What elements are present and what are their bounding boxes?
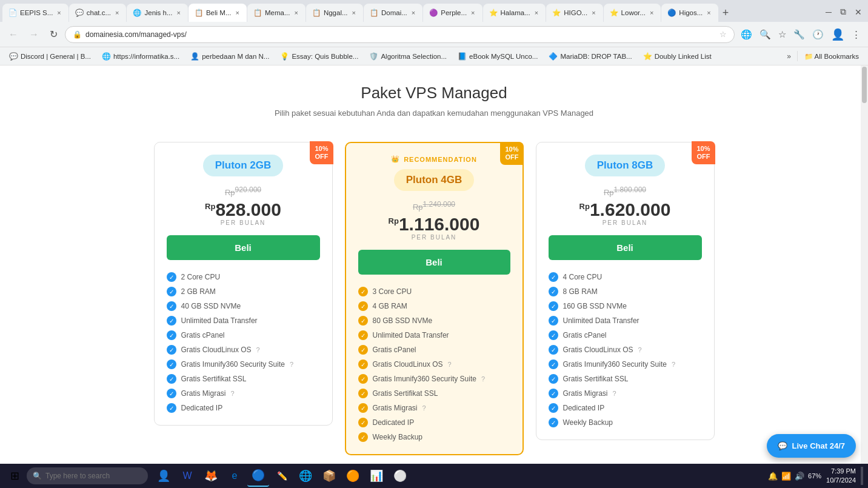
tab-close-7[interactable]: × bbox=[410, 8, 416, 18]
tab-4[interactable]: 📋 Beli M... × bbox=[189, 4, 247, 22]
all-bookmarks-button[interactable]: 📁 All Bookmarks bbox=[800, 50, 863, 62]
extensions-button[interactable]: 🔧 bbox=[791, 25, 807, 44]
task-app-word[interactable]: W bbox=[176, 465, 198, 487]
bookmark-discord[interactable]: 💬 Discord | General | B... bbox=[5, 50, 95, 62]
bookmark-perbedaan[interactable]: 👤 perbedaan M dan N... bbox=[186, 50, 273, 62]
bookmark-essay[interactable]: 💡 Essay: Quis Bubble... bbox=[276, 50, 362, 62]
tab-7[interactable]: 📋 Domai... × bbox=[364, 4, 422, 22]
tab-5[interactable]: 📋 Mema... × bbox=[247, 4, 305, 22]
help-icon[interactable]: ? bbox=[672, 361, 675, 368]
task-app-pen[interactable]: ✏️ bbox=[271, 465, 293, 487]
bookmark-algoritma[interactable]: 🛡️ Algoritma Selection... bbox=[365, 50, 451, 62]
task-app-chromeg[interactable]: ⚪ bbox=[389, 465, 411, 487]
check-icon: ✓ bbox=[167, 389, 176, 398]
help-icon[interactable]: ? bbox=[481, 375, 485, 383]
bookmark-mariadb[interactable]: 🔷 MariaDB: DROP TAB... bbox=[544, 50, 636, 62]
help-icon[interactable]: ? bbox=[613, 390, 616, 397]
task-app-excel[interactable]: 📊 bbox=[366, 465, 387, 487]
url-bar[interactable]: 🔒 domainesia.com/managed-vps/ ☆ bbox=[65, 26, 735, 43]
tab-8[interactable]: 🟣 Perple... × bbox=[423, 4, 482, 22]
zoom-button[interactable]: 🔍 bbox=[757, 25, 773, 44]
start-button[interactable]: ⊞ bbox=[5, 466, 24, 486]
bookmark-doubly[interactable]: ⭐ Doubly Linked List bbox=[639, 50, 716, 62]
old-price-pluton4gb: Rp1.240.000 bbox=[358, 200, 510, 214]
tab-9[interactable]: ⭐ Halama... × bbox=[483, 4, 546, 22]
live-chat-button[interactable]: 💬 Live Chat 24/7 bbox=[767, 434, 856, 458]
tab-close-3[interactable]: × bbox=[176, 8, 182, 18]
network-icon[interactable]: 📶 bbox=[781, 472, 791, 481]
close-button[interactable]: ✕ bbox=[851, 4, 866, 19]
history-button[interactable]: 🕐 bbox=[810, 25, 826, 44]
tab-close-2[interactable]: × bbox=[114, 8, 120, 18]
tab-close-10[interactable]: × bbox=[590, 8, 596, 18]
help-icon[interactable]: ? bbox=[231, 390, 235, 397]
help-icon[interactable]: ? bbox=[256, 346, 260, 353]
menu-button[interactable]: ⋮ bbox=[849, 25, 863, 44]
forward-button[interactable]: → bbox=[25, 27, 42, 42]
tab-title-4: Beli M... bbox=[206, 9, 232, 16]
check-icon: ✓ bbox=[358, 432, 368, 442]
restore-button[interactable]: ⧉ bbox=[836, 4, 850, 19]
back-button[interactable]: ← bbox=[5, 27, 22, 42]
bookmark-ebook[interactable]: 📘 eBook MySQL Unco... bbox=[453, 50, 542, 62]
search-input[interactable] bbox=[45, 472, 139, 480]
task-app-cube[interactable]: 📦 bbox=[318, 465, 340, 487]
feature-list-pluton4gb: ✓ 3 Core CPU ✓ 4 GB RAM ✓ 80 GB SSD NVMe bbox=[358, 287, 510, 442]
task-app-edge[interactable]: e bbox=[224, 465, 245, 487]
new-price-pluton4gb: Rp1.116.000 bbox=[358, 214, 510, 234]
tab-favicon-2: 💬 bbox=[75, 8, 84, 17]
bookmarks-more[interactable]: » bbox=[783, 50, 795, 62]
tab-close-9[interactable]: × bbox=[533, 8, 539, 18]
bookmark-icon-algoritma: 🛡️ bbox=[369, 52, 378, 61]
check-icon: ✓ bbox=[549, 403, 558, 413]
help-icon[interactable]: ? bbox=[448, 361, 452, 368]
task-app-firefox[interactable]: 🦊 bbox=[200, 465, 222, 487]
taskbar-search[interactable]: 🔍 bbox=[27, 467, 148, 484]
plan-name-pluton2gb: Pluton 2GB bbox=[203, 155, 284, 176]
tab-close-5[interactable]: × bbox=[293, 8, 299, 18]
tab-6[interactable]: 📋 Nggal... × bbox=[306, 4, 363, 22]
tab-12[interactable]: 🔵 Higos... × bbox=[661, 4, 718, 22]
task-app-orange[interactable]: 🟠 bbox=[342, 465, 364, 487]
tab-11[interactable]: ⭐ Lowor... × bbox=[604, 4, 661, 22]
scrollbar[interactable] bbox=[861, 65, 868, 488]
new-tab-button[interactable]: + bbox=[719, 4, 733, 22]
translate-button[interactable]: 🌐 bbox=[738, 25, 755, 44]
profile-button[interactable]: 👤 bbox=[829, 25, 847, 44]
buy-button-pluton8gb[interactable]: Beli bbox=[549, 235, 702, 260]
feature-transfer-2gb: ✓ Unlimited Data Transfer bbox=[167, 316, 320, 326]
tab-2[interactable]: 💬 chat.c... × bbox=[69, 4, 127, 22]
tab-favicon-9: ⭐ bbox=[489, 8, 498, 17]
tab-1[interactable]: 📄 EEPIS S... × bbox=[2, 4, 68, 22]
bookmark-informatika[interactable]: 🌐 https://informatika.s... bbox=[98, 50, 184, 62]
buy-button-pluton4gb[interactable]: Beli bbox=[358, 250, 510, 275]
help-icon[interactable]: ? bbox=[422, 404, 426, 412]
tab-favicon-4: 📋 bbox=[195, 8, 203, 17]
task-app-chrome[interactable]: 🔵 bbox=[247, 465, 269, 487]
tab-close-6[interactable]: × bbox=[351, 8, 357, 18]
minimize-button[interactable]: ─ bbox=[822, 4, 835, 19]
tab-close-4[interactable]: × bbox=[235, 8, 241, 18]
tab-close-12[interactable]: × bbox=[706, 8, 712, 18]
tab-close-1[interactable]: × bbox=[56, 8, 62, 18]
buy-button-pluton2gb[interactable]: Beli bbox=[167, 235, 320, 260]
tab-close-11[interactable]: × bbox=[649, 8, 655, 18]
help-icon[interactable]: ? bbox=[638, 346, 642, 353]
page-scroll[interactable]: Paket VPS Managed Pilih paket sesuai keb… bbox=[0, 65, 868, 488]
reload-button[interactable]: ↻ bbox=[46, 26, 61, 42]
volume-icon[interactable]: 🔊 bbox=[795, 472, 804, 481]
task-app-person[interactable]: 👤 bbox=[153, 465, 175, 487]
task-app-globe[interactable]: 🌐 bbox=[295, 465, 316, 487]
bookmark-star-button[interactable]: ☆ bbox=[776, 25, 789, 44]
check-icon: ✓ bbox=[549, 345, 558, 355]
help-icon[interactable]: ? bbox=[290, 361, 293, 368]
tab-close-8[interactable]: × bbox=[470, 8, 476, 18]
show-desktop-button[interactable] bbox=[861, 467, 863, 485]
scroll-thumb[interactable] bbox=[862, 67, 867, 103]
notification-icon[interactable]: 🔔 bbox=[768, 472, 778, 481]
feature-ram-4gb: ✓ 4 GB RAM bbox=[358, 301, 510, 311]
tab-10[interactable]: ⭐ HIGO... × bbox=[546, 4, 603, 22]
old-price-pluton8gb: Rp1.800.000 bbox=[549, 186, 702, 199]
tab-3[interactable]: 🌐 Jenis h... × bbox=[127, 4, 187, 22]
tab-favicon-10: ⭐ bbox=[552, 8, 561, 17]
